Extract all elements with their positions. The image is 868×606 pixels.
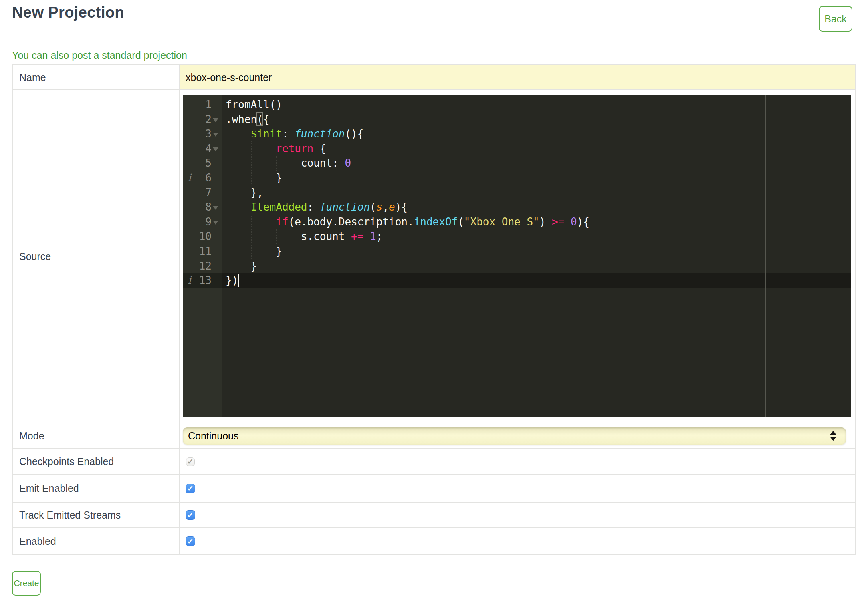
code-lines: 1fromAll()2.when({3 $init: function(){4 … xyxy=(183,97,851,288)
code-line: i6 } xyxy=(183,171,851,185)
line-number: 10 xyxy=(183,229,212,244)
line-number: 3 xyxy=(183,127,212,141)
enabled-value-cell xyxy=(180,528,855,554)
checkpoints-enabled-checkbox xyxy=(186,457,195,466)
name-label: Name xyxy=(13,65,180,89)
row-track-emitted-streams: Track Emitted Streams xyxy=(13,502,855,527)
line-number: 7 xyxy=(183,185,212,200)
code-line: 8 ItemAdded: function(s,e){ xyxy=(183,200,851,215)
row-mode: Mode Continuous xyxy=(13,423,855,448)
line-number: 1 xyxy=(183,97,212,112)
projection-form-table: Name Source 1fromAll()2.when({3 $init: f… xyxy=(12,64,856,555)
fold-arrow-icon[interactable] xyxy=(213,118,218,122)
mode-label: Mode xyxy=(13,423,180,448)
line-number: 4 xyxy=(183,141,212,156)
name-input[interactable] xyxy=(180,65,855,89)
track-emitted-streams-label: Track Emitted Streams xyxy=(13,503,180,527)
checkpoints-value-cell xyxy=(180,449,855,474)
row-source: Source 1fromAll()2.when({3 $init: functi… xyxy=(13,89,855,423)
mode-value-cell: Continuous xyxy=(180,423,855,448)
code-line: 10 s.count += 1; xyxy=(183,229,851,244)
enabled-label: Enabled xyxy=(13,528,180,554)
code-line: 11 } xyxy=(183,244,851,259)
emit-value-cell xyxy=(180,475,855,502)
fold-arrow-icon[interactable] xyxy=(213,206,218,210)
fold-arrow-icon[interactable] xyxy=(213,221,218,225)
page-title: New Projection xyxy=(12,4,124,21)
fold-arrow-icon[interactable] xyxy=(213,133,218,137)
source-label: Source xyxy=(13,90,180,423)
source-editor[interactable]: 1fromAll()2.when({3 $init: function(){4 … xyxy=(183,95,851,417)
standard-projection-link[interactable]: You can also post a standard projection xyxy=(12,50,187,61)
name-value-cell xyxy=(180,65,855,89)
back-button[interactable]: Back xyxy=(819,6,852,32)
info-icon: i xyxy=(188,171,191,185)
track-value-cell xyxy=(180,503,855,527)
line-number: 8 xyxy=(183,200,212,215)
row-emit-enabled: Emit Enabled xyxy=(13,474,855,502)
line-number: 9 xyxy=(183,215,212,230)
checkpoints-enabled-label: Checkpoints Enabled xyxy=(13,449,180,474)
enabled-checkbox[interactable] xyxy=(186,536,195,546)
line-number: 5 xyxy=(183,156,212,171)
code-line: 12 } xyxy=(183,259,851,274)
new-projection-page: New Projection Back You can also post a … xyxy=(0,0,868,606)
code-line: 5 count: 0 xyxy=(183,156,851,171)
code-line: i13}) xyxy=(183,273,851,288)
code-line: 3 $init: function(){ xyxy=(183,127,851,141)
line-number: 11 xyxy=(183,244,212,259)
create-button[interactable]: Create xyxy=(12,571,41,596)
mode-select[interactable]: Continuous xyxy=(183,427,846,445)
code-line: 1fromAll() xyxy=(183,97,851,112)
emit-enabled-label: Emit Enabled xyxy=(13,475,180,502)
line-number: 12 xyxy=(183,259,212,274)
fold-arrow-icon[interactable] xyxy=(213,147,218,151)
row-checkpoints-enabled: Checkpoints Enabled xyxy=(13,448,855,474)
track-emitted-streams-checkbox[interactable] xyxy=(186,510,195,520)
code-line: 4 return { xyxy=(183,141,851,156)
line-number: 13 xyxy=(183,273,212,288)
line-number: 2 xyxy=(183,112,212,127)
emit-enabled-checkbox[interactable] xyxy=(186,484,195,493)
code-line: 9 if(e.body.Description.indexOf("Xbox On… xyxy=(183,215,851,230)
cursor-caret xyxy=(238,274,239,287)
code-line: 2.when({ xyxy=(183,112,851,127)
info-icon: i xyxy=(188,273,191,288)
row-name: Name xyxy=(13,65,855,89)
line-number: 6 xyxy=(183,171,212,185)
code-line: 7 }, xyxy=(183,185,851,200)
source-value-cell: 1fromAll()2.when({3 $init: function(){4 … xyxy=(180,90,855,423)
row-enabled: Enabled xyxy=(13,527,855,554)
bracket-match-box xyxy=(256,112,263,126)
